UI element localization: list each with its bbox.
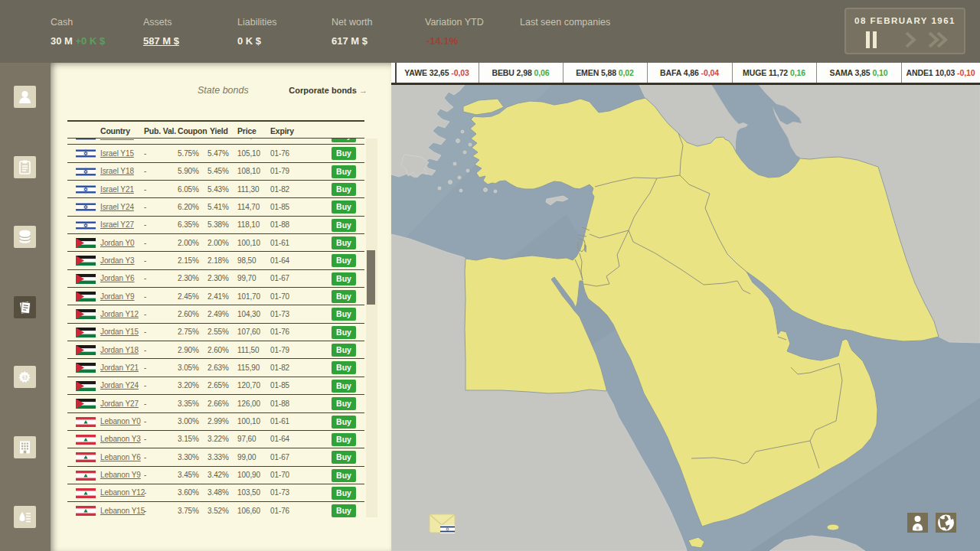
svg-text:$: $: [24, 374, 27, 380]
